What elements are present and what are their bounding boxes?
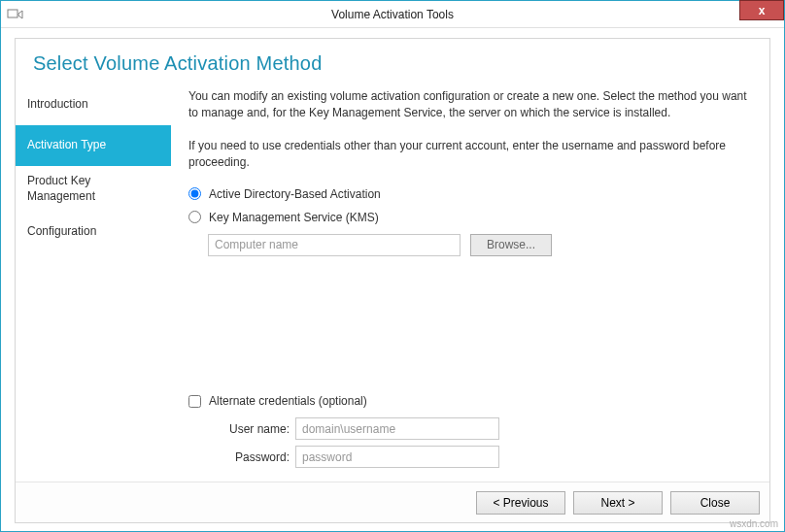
content-wrapper: Select Volume Activation Method Introduc… [1,28,784,531]
username-label: User name: [214,422,290,436]
sidebar-item-introduction[interactable]: Introduction [16,84,171,125]
browse-button[interactable]: Browse... [470,234,552,256]
password-input[interactable] [295,446,499,468]
close-icon: x [759,4,766,17]
username-input[interactable] [295,417,499,440]
titlebar: Volume Activation Tools x [1,1,784,28]
app-icon [7,8,24,21]
radio-kms[interactable] [188,211,201,223]
wizard-window: Volume Activation Tools x Select Volume … [0,0,785,532]
credentials-paragraph: If you need to use credentials other tha… [188,138,748,172]
wizard-sidebar: Introduction Activation Type Product Key… [16,79,171,482]
wizard-footer: < Previous Next > Close [16,482,769,522]
radio-adba[interactable] [188,187,201,200]
alt-cred-label: Alternate credentials (optional) [209,394,367,408]
radio-kms-row[interactable]: Key Management Service (KMS) [188,211,748,224]
username-row: User name: [214,417,748,440]
alternate-credentials-block: Alternate credentials (optional) User na… [188,394,748,474]
computer-name-input[interactable] [208,234,461,256]
close-button-footer[interactable]: Close [670,491,760,515]
radio-adba-label: Active Directory-Based Activation [209,187,381,201]
alt-cred-checkbox[interactable] [188,395,201,408]
body: Introduction Activation Type Product Key… [16,79,769,482]
alt-cred-check-row[interactable]: Alternate credentials (optional) [188,394,748,408]
page-title: Select Volume Activation Method [16,39,769,79]
password-label: Password: [214,450,290,464]
sidebar-item-activation-type[interactable]: Activation Type [16,125,171,166]
radio-kms-label: Key Management Service (KMS) [209,211,379,224]
previous-button[interactable]: < Previous [476,491,565,515]
window-title: Volume Activation Tools [1,8,784,21]
sidebar-item-configuration[interactable]: Configuration [16,212,171,252]
kms-input-row: Browse... [208,234,748,256]
sidebar-item-product-key-management[interactable]: Product Key Management [16,166,171,212]
svg-rect-0 [8,10,17,17]
inner-panel: Select Volume Activation Method Introduc… [15,38,770,523]
close-button[interactable]: x [739,0,784,20]
next-button[interactable]: Next > [573,491,663,515]
intro-paragraph: You can modify an existing volume activa… [188,88,748,122]
radio-adba-row[interactable]: Active Directory-Based Activation [188,187,748,201]
password-row: Password: [214,446,748,468]
main-pane: You can modify an existing volume activa… [171,79,769,482]
